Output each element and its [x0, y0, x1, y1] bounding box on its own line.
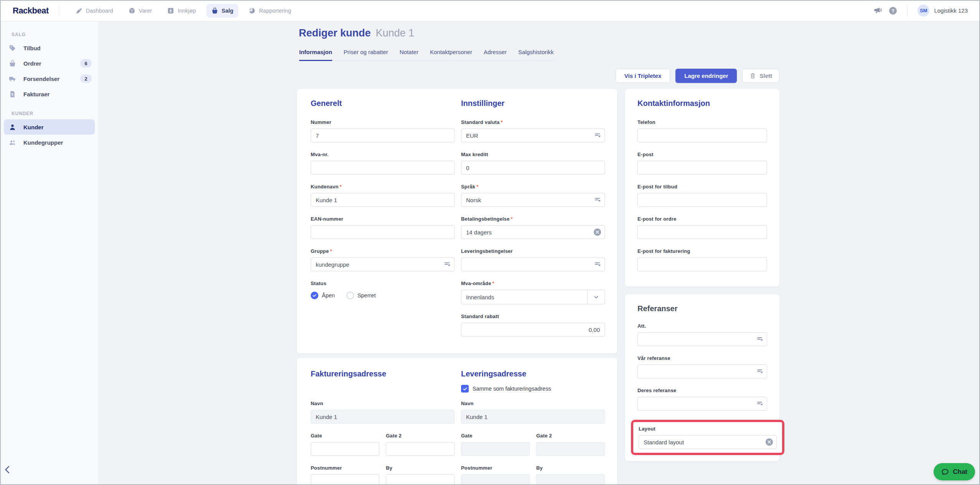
mva-nr-input[interactable]	[311, 161, 455, 175]
ean-nummer-input[interactable]	[311, 225, 455, 239]
sidebar-section-salg: SALG	[12, 32, 99, 37]
field-mva-nr: Mva-nr.	[311, 152, 455, 175]
var-referanse-input[interactable]	[637, 365, 767, 378]
list-dropdown-icon[interactable]	[757, 368, 764, 375]
field-var-referanse: Vår referanse	[637, 355, 767, 378]
att-input[interactable]	[637, 332, 767, 346]
contact-heading: Kontaktinformasjon	[637, 99, 767, 108]
telefon-input[interactable]	[637, 129, 767, 142]
navbar-divider	[907, 5, 908, 16]
layout-input[interactable]	[639, 435, 777, 449]
standard-rabatt-input[interactable]	[461, 323, 605, 337]
list-dropdown-icon[interactable]	[595, 261, 601, 268]
tab-salgshistorikk[interactable]: Salgshistorikk	[518, 49, 554, 61]
list-dropdown-icon[interactable]	[757, 400, 764, 407]
nav-item-salg[interactable]: Salg	[206, 4, 239, 18]
leveringsbetingelser-input[interactable]	[461, 257, 605, 271]
field-delivery-gate: Gate	[461, 433, 530, 456]
chat-button[interactable]: Chat	[934, 463, 975, 480]
sidebar-item-ordrer[interactable]: Ordrer 6	[4, 56, 95, 71]
save-button[interactable]: Lagre endringer	[675, 69, 737, 83]
same-as-billing-checkbox[interactable]	[461, 385, 469, 393]
truck-icon	[9, 75, 16, 82]
field-leveringsbetingelser: Leveringsbetingelser	[461, 248, 605, 271]
field-delivery-gate2: Gate 2	[536, 433, 605, 456]
field-billing-gate2: Gate 2	[386, 433, 455, 456]
max-kreditt-input[interactable]	[461, 161, 605, 175]
standard-valuta-input[interactable]	[461, 129, 605, 142]
sidebar-item-tilbud[interactable]: Tilbud	[4, 40, 95, 56]
status-radio-sperret[interactable]: Sperret	[346, 292, 376, 299]
delete-button[interactable]: Slett	[742, 69, 779, 83]
sidebar-item-kundegrupper[interactable]: Kundegrupper	[4, 135, 95, 150]
billing-by-input[interactable]	[386, 474, 455, 485]
field-max-kreditt: Max kreditt	[461, 152, 605, 175]
billing-gate-input[interactable]	[311, 442, 379, 456]
avatar[interactable]: SM	[917, 5, 929, 16]
field-status: Status Åpen Sperret	[311, 280, 455, 299]
delivery-address-section: Leveringsadresse Samme som faktureringsa…	[461, 370, 605, 485]
epost-tilbud-input[interactable]	[637, 193, 767, 207]
epost-input[interactable]	[637, 161, 767, 175]
field-mva-omrade: Mva-område* Innenlands	[461, 280, 605, 304]
field-kundenavn: Kundenavn*	[311, 184, 455, 207]
billing-gate2-input[interactable]	[386, 442, 455, 456]
mva-omrade-select[interactable]: Innenlands	[461, 290, 605, 304]
same-as-billing-label: Samme som faktureringsadress	[473, 386, 551, 392]
clear-icon[interactable]	[593, 228, 601, 236]
references-card: Referanser Att. Vår referanse	[625, 294, 779, 461]
nav-label: Innkjøp	[178, 8, 196, 14]
epost-fakturering-input[interactable]	[637, 257, 767, 271]
collapse-sidebar-icon[interactable]	[2, 464, 13, 476]
gruppe-input[interactable]	[311, 257, 455, 271]
view-tripletex-button[interactable]: Vis i Tripletex	[616, 69, 670, 83]
kundenavn-input[interactable]	[311, 193, 455, 207]
invoice-icon: $	[9, 91, 16, 98]
clear-icon[interactable]	[765, 438, 773, 446]
forsendelser-count-badge: 2	[80, 74, 92, 83]
company-name[interactable]: Logistikk 123	[934, 7, 968, 14]
tab-priser-og-rabatter[interactable]: Priser og rabatter	[344, 49, 388, 61]
list-dropdown-icon[interactable]	[595, 196, 601, 203]
trash-icon	[749, 73, 756, 79]
field-telefon: Telefon	[637, 119, 767, 142]
billing-address-heading: Faktureringsadresse	[311, 370, 455, 378]
sidebar-item-kunder[interactable]: Kunder	[4, 119, 95, 135]
betalingsbetingelse-input[interactable]	[461, 225, 605, 239]
tab-notater[interactable]: Notater	[400, 49, 418, 61]
right-column: Kontaktinformasjon Telefon E-post E-post…	[625, 89, 779, 461]
sidebar-item-fakturaer[interactable]: $ Fakturaer	[4, 86, 95, 102]
sidebar-item-label: Ordrer	[23, 60, 41, 67]
field-layout: Layout	[639, 426, 777, 449]
nav-item-innkjop[interactable]: Innkjøp	[162, 4, 201, 18]
nav-label: Rapportering	[259, 8, 291, 14]
deres-referanse-input[interactable]	[637, 397, 767, 411]
status-radio-apen[interactable]: Åpen	[311, 292, 335, 299]
help-icon[interactable]: ?	[889, 7, 897, 15]
sprak-input[interactable]	[461, 193, 605, 207]
tab-kontaktpersoner[interactable]: Kontaktpersoner	[430, 49, 472, 61]
brand-logo[interactable]: Rackbeat	[13, 6, 49, 16]
sidebar-item-forsendelser[interactable]: Forsendelser 2	[4, 71, 95, 86]
nummer-input[interactable]	[311, 129, 455, 142]
tab-bar: Informasjon Priser og rabatter Notater K…	[299, 49, 554, 61]
nav-item-rapportering[interactable]: Rapportering	[244, 4, 296, 18]
field-att: Att.	[637, 323, 767, 346]
page-title: Rediger kunde	[299, 27, 371, 39]
list-dropdown-icon[interactable]	[757, 336, 764, 343]
epost-ordre-input[interactable]	[637, 225, 767, 239]
tab-informasjon[interactable]: Informasjon	[299, 49, 332, 61]
tag-icon	[9, 45, 16, 52]
list-dropdown-icon[interactable]	[444, 261, 451, 268]
nav-item-dashboard[interactable]: Dashboard	[71, 4, 118, 18]
megaphone-icon[interactable]	[873, 7, 882, 15]
list-dropdown-icon[interactable]	[595, 132, 601, 139]
top-navbar: Rackbeat Dashboard Varer Innkjøp Salg Ra…	[0, 0, 980, 21]
field-epost: E-post	[637, 152, 767, 175]
field-epost-ordre: E-post for ordre	[637, 216, 767, 239]
tab-adresser[interactable]: Adresser	[484, 49, 507, 61]
billing-postnummer-input[interactable]	[311, 474, 379, 485]
nav-item-varer[interactable]: Varer	[124, 4, 157, 18]
page-header: Rediger kunde Kunde 1	[299, 27, 779, 39]
pie-icon	[249, 7, 255, 14]
